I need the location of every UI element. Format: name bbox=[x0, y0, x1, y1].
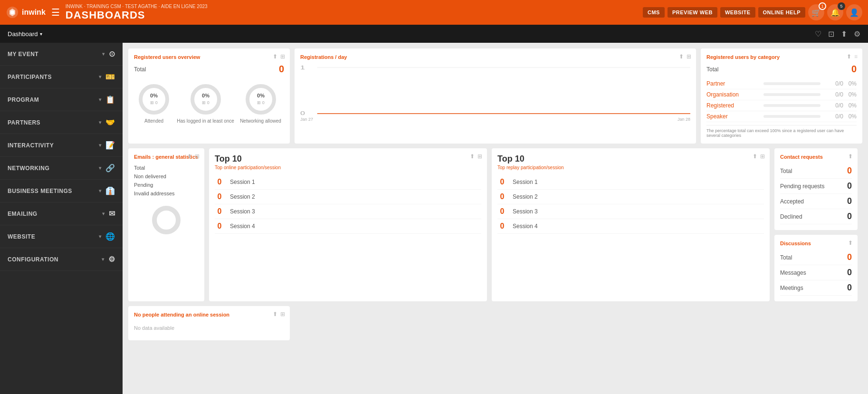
no-people-expand-icon[interactable]: ⊞ bbox=[280, 311, 285, 317]
website-button[interactable]: WEBSITE bbox=[720, 7, 755, 18]
discussions-messages-row: Messages 0 bbox=[780, 265, 852, 280]
preview-web-button[interactable]: PREVIEW WEB bbox=[668, 7, 717, 18]
category-partner-bar bbox=[763, 82, 820, 85]
sidebar-item-website[interactable]: WEBSITE ▾ 🌐 bbox=[0, 225, 123, 248]
sidebar-item-program[interactable]: PROGRAM ▾ 📋 bbox=[0, 88, 123, 111]
category-card-icons: ⬆ ≡ bbox=[847, 53, 858, 60]
card-discussions: Discussions ⬆ Total 0 Messages 0 Meeting… bbox=[774, 235, 858, 301]
discussions-total-row: Total 0 bbox=[780, 250, 852, 265]
svg-text:0%: 0% bbox=[202, 93, 210, 98]
circle-logged-in: 0% ⊞ 0 Has logged in at least once bbox=[177, 82, 234, 124]
sidebar-item-configuration[interactable]: CONFIGURATION ▾ ⚙ bbox=[0, 248, 123, 271]
favorite-icon[interactable]: ♡ bbox=[815, 29, 821, 38]
sidebar-item-business-meetings[interactable]: BUSINESS MEETINGS ▾ 👔 bbox=[0, 180, 123, 202]
svg-point-5 bbox=[192, 86, 219, 113]
chart-dates: Jan 27 Jan 28 bbox=[300, 117, 690, 122]
email-nondelivered-label: Non delivered bbox=[134, 173, 166, 179]
category-total-value: 0 bbox=[851, 64, 857, 75]
category-scroll-icon: ≡ bbox=[854, 53, 858, 60]
top10-online-share-icon[interactable]: ⬆ bbox=[470, 153, 475, 160]
top10-online-expand-icon[interactable]: ⊞ bbox=[477, 153, 482, 160]
category-speaker-pct: 0% bbox=[843, 113, 857, 120]
svg-text:0%: 0% bbox=[257, 93, 265, 98]
overview-total: Total 0 bbox=[134, 64, 284, 75]
no-people-share-icon[interactable]: ⬆ bbox=[273, 311, 277, 317]
category-speaker-bar bbox=[763, 115, 820, 118]
top10-replay-title: Top 10 bbox=[497, 154, 764, 164]
main-layout: MY EVENT ▾ ⊙ PARTICIPANTS ▾ 🎫 PROGRAM ▾ … bbox=[0, 43, 868, 394]
overview-expand-icon[interactable]: ⊞ bbox=[280, 53, 285, 60]
svg-point-8 bbox=[248, 86, 274, 113]
share-icon[interactable]: ⬆ bbox=[841, 29, 847, 38]
top10-replay-s2-name: Session 2 bbox=[513, 193, 538, 200]
sidebar-item-my-event[interactable]: MY EVENT ▾ ⊙ bbox=[0, 43, 123, 66]
settings-icon[interactable]: ⚙ bbox=[854, 29, 860, 38]
expand-icon[interactable]: ⊡ bbox=[828, 29, 834, 38]
sidebar-item-partners[interactable]: PARTNERS ▾ 🤝 bbox=[0, 111, 123, 134]
svg-text:1: 1 bbox=[300, 65, 305, 70]
email-stats: Total Non delivered Pending Invalid addr… bbox=[134, 163, 199, 198]
dashboard-content: Registered users overview ⬆ ⊞ Total 0 0%… bbox=[123, 43, 868, 394]
top10-replay-s2-num: 0 bbox=[497, 192, 507, 201]
header-right: CMS PREVIEW WEB WEBSITE ONLINE HELP 🛒1 🔔… bbox=[643, 4, 862, 20]
online-help-button[interactable]: ONLINE HELP bbox=[758, 7, 805, 18]
overview-card-icons: ⬆ ⊞ bbox=[273, 53, 285, 60]
emails-share-icon[interactable]: ⬆ bbox=[187, 153, 192, 160]
registrations-share-icon[interactable]: ⬆ bbox=[679, 53, 684, 60]
contact-declined-value: 0 bbox=[847, 211, 852, 221]
emails-expand-icon[interactable]: ⊞ bbox=[195, 153, 200, 160]
header-left: inwink ☰ INWINK · TRAINING CSM · TEST AG… bbox=[6, 4, 208, 21]
registrations-chart: 1 0 bbox=[300, 64, 690, 116]
chart-date-start: Jan 27 bbox=[300, 117, 313, 122]
sidebar-item-emailing[interactable]: EMAILING ▾ ✉ bbox=[0, 202, 123, 225]
circle-networking-label: Networking allowed bbox=[240, 118, 281, 124]
top10-replay-share-icon[interactable]: ⬆ bbox=[753, 153, 757, 160]
top10-online-s2-num: 0 bbox=[215, 192, 224, 201]
discussions-share-icon[interactable]: ⬆ bbox=[848, 240, 853, 246]
sidebar-item-participants[interactable]: PARTICIPANTS ▾ 🎫 bbox=[0, 66, 123, 88]
sidebar-item-networking[interactable]: NETWORKING ▾ 🔗 bbox=[0, 157, 123, 180]
top10-replay-expand-icon[interactable]: ⊞ bbox=[760, 153, 765, 160]
contact-pending-label: Pending requests bbox=[780, 183, 824, 190]
dashboard-tab-label: Dashboard bbox=[8, 30, 38, 38]
category-registered: Registered 0/0 0% bbox=[706, 100, 857, 111]
user-avatar[interactable]: 👤 bbox=[846, 4, 862, 20]
card-overview: Registered users overview ⬆ ⊞ Total 0 0%… bbox=[128, 48, 290, 144]
category-organisation-name: Organisation bbox=[706, 91, 760, 98]
page-title: DASHBOARDS bbox=[66, 9, 208, 21]
top10-online-session-4: 0 Session 4 bbox=[215, 219, 481, 234]
category-organisation-pct: 0% bbox=[843, 91, 857, 98]
discussions-meetings-label: Meetings bbox=[780, 285, 803, 291]
notifications-button[interactable]: 🔔5 bbox=[827, 4, 843, 20]
contact-total-label: Total bbox=[780, 168, 792, 174]
circle-networking: 0% ⊞ 0 Networking allowed bbox=[240, 82, 281, 124]
cart-button[interactable]: 🛒1 bbox=[808, 4, 824, 20]
registrations-expand-icon[interactable]: ⊞ bbox=[687, 53, 691, 60]
dashboard-tab[interactable]: Dashboard ▾ bbox=[8, 30, 42, 38]
no-people-card-icons: ⬆ ⊞ bbox=[273, 311, 285, 317]
top10-replay-s3-name: Session 3 bbox=[513, 208, 538, 215]
sidebar-icon-interactivity: 📝 bbox=[105, 141, 115, 150]
cms-button[interactable]: CMS bbox=[643, 7, 665, 18]
discussions-card-icons: ⬆ bbox=[848, 240, 853, 246]
logo[interactable]: inwink bbox=[6, 6, 46, 19]
top10-replay-s4-name: Session 4 bbox=[513, 223, 538, 230]
card-emails: Emails : general statistics ⬆ ⊞ Total No… bbox=[128, 148, 204, 301]
top10-online-s4-num: 0 bbox=[215, 222, 224, 231]
email-total-row: Total bbox=[134, 163, 199, 172]
discussions-messages-value: 0 bbox=[847, 268, 852, 278]
sidebar-icon-emailing: ✉ bbox=[109, 209, 115, 218]
contact-share-icon[interactable]: ⬆ bbox=[848, 153, 853, 160]
top10-online-session-1: 0 Session 1 bbox=[215, 175, 481, 190]
no-people-title: No people attending an online session bbox=[134, 312, 284, 317]
top10-online-s1-num: 0 bbox=[215, 178, 224, 186]
overview-share-icon[interactable]: ⬆ bbox=[273, 53, 277, 60]
top10-online-card-icons: ⬆ ⊞ bbox=[470, 153, 482, 160]
contact-card-icons: ⬆ bbox=[848, 153, 853, 160]
category-share-icon[interactable]: ⬆ bbox=[847, 53, 851, 60]
hamburger-icon[interactable]: ☰ bbox=[51, 7, 60, 18]
sidebar-item-interactivity[interactable]: INTERACTIVITY ▾ 📝 bbox=[0, 134, 123, 157]
category-speaker-fraction: 0/0 bbox=[824, 113, 843, 120]
sidebar-icon-business-meetings: 👔 bbox=[105, 186, 115, 195]
top10-replay-sessions: 0 Session 1 0 Session 2 0 Session 3 0 Se… bbox=[497, 175, 764, 234]
